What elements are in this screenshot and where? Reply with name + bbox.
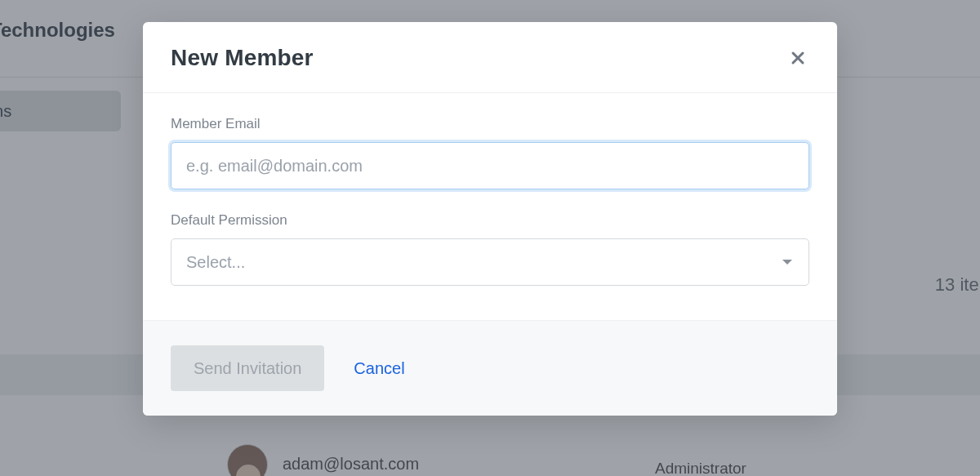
email-label: Member Email — [171, 116, 809, 132]
permission-select[interactable]: Select... — [171, 238, 809, 286]
permission-select-placeholder: Select... — [186, 253, 245, 272]
close-icon — [791, 51, 805, 65]
modal-overlay[interactable]: New Member Member Email Default Permissi… — [0, 0, 980, 476]
permission-label: Default Permission — [171, 212, 809, 229]
modal-title: New Member — [171, 45, 314, 71]
permission-form-group: Default Permission Select... — [171, 212, 809, 286]
close-button[interactable] — [786, 47, 809, 69]
modal-footer: Send Invitation Cancel — [143, 320, 837, 416]
member-email-input[interactable] — [171, 142, 809, 189]
new-member-modal: New Member Member Email Default Permissi… — [143, 22, 837, 416]
modal-body: Member Email Default Permission Select..… — [143, 93, 837, 320]
send-invitation-button[interactable]: Send Invitation — [171, 345, 324, 391]
email-form-group: Member Email — [171, 116, 809, 189]
cancel-button[interactable]: Cancel — [354, 359, 404, 378]
chevron-down-icon — [782, 260, 792, 265]
modal-header: New Member — [143, 22, 837, 93]
